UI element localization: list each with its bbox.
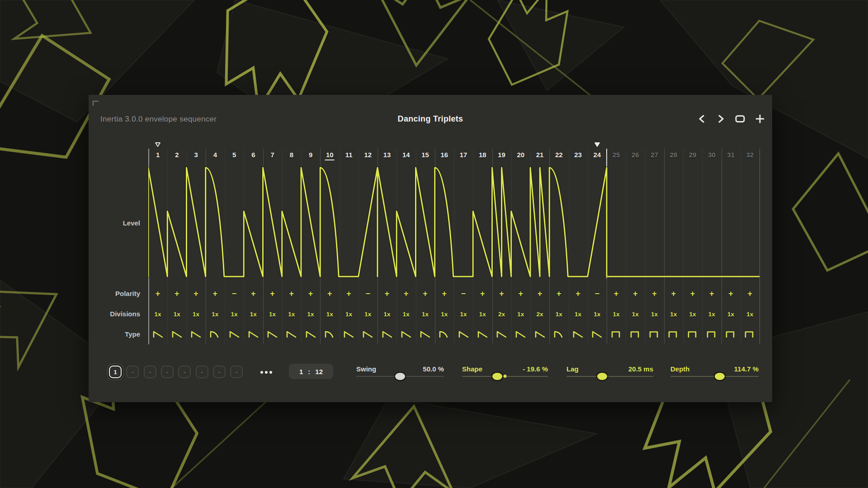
slider-thumb[interactable] — [492, 373, 502, 380]
divisions-control[interactable]: 2x — [492, 307, 511, 321]
divisions-control[interactable]: 1x — [340, 307, 359, 321]
type-control[interactable] — [320, 328, 339, 341]
divisions-control[interactable]: 1x — [588, 307, 607, 321]
slider-thumb[interactable] — [715, 373, 725, 380]
slider-thumb[interactable] — [597, 373, 607, 380]
step-number[interactable]: 25 — [607, 149, 626, 161]
polarity-toggle[interactable]: + — [206, 287, 225, 300]
polarity-toggle[interactable]: + — [396, 287, 415, 300]
divisions-control[interactable]: 1x — [722, 307, 741, 321]
step-number[interactable]: 2 — [167, 149, 186, 161]
step-number[interactable]: 26 — [626, 149, 645, 161]
polarity-toggle[interactable]: − — [359, 287, 377, 300]
step-number[interactable]: 11 — [340, 149, 359, 161]
polarity-toggle[interactable]: + — [301, 287, 320, 300]
step-number[interactable]: 8 — [282, 149, 301, 161]
divisions-control[interactable]: 1x — [683, 307, 702, 321]
plus-icon[interactable] — [755, 114, 765, 124]
type-control[interactable] — [282, 328, 301, 341]
step-number[interactable]: 28 — [664, 149, 683, 161]
divisions-control[interactable]: 1x — [206, 307, 225, 321]
divisions-control[interactable]: 1x — [454, 307, 473, 321]
ratio-control[interactable]: 1 : 12 — [289, 364, 333, 379]
pattern-button-8[interactable]: - — [230, 366, 243, 378]
type-control[interactable] — [473, 328, 492, 341]
divisions-control[interactable]: 1x — [473, 307, 492, 321]
polarity-toggle[interactable]: + — [492, 287, 511, 300]
more-options-button[interactable] — [260, 371, 272, 374]
step-number[interactable]: 10 — [320, 149, 339, 161]
loop-start-marker[interactable] — [155, 141, 161, 146]
divisions-control[interactable]: 1x — [263, 307, 282, 321]
step-number[interactable]: 1 — [148, 149, 167, 161]
step-number[interactable]: 5 — [225, 149, 244, 161]
type-control[interactable] — [454, 328, 473, 341]
divisions-control[interactable]: 1x — [607, 307, 626, 321]
type-control[interactable] — [263, 328, 282, 341]
step-number[interactable]: 7 — [263, 149, 282, 161]
polarity-toggle[interactable]: + — [244, 287, 263, 300]
step-number[interactable]: 4 — [206, 149, 225, 161]
step-number[interactable]: 14 — [396, 149, 415, 161]
step-number[interactable]: 20 — [511, 149, 530, 161]
loop-end-marker[interactable] — [594, 141, 600, 146]
polarity-toggle[interactable]: + — [187, 287, 206, 300]
pattern-button-1[interactable]: 1 — [109, 366, 122, 378]
polarity-toggle[interactable]: + — [473, 287, 492, 300]
divisions-control[interactable]: 1x — [301, 307, 320, 321]
type-control[interactable] — [588, 328, 607, 341]
divisions-control[interactable]: 1x — [148, 307, 167, 321]
pattern-button-2[interactable]: - — [126, 366, 139, 378]
type-control[interactable] — [530, 328, 549, 341]
type-control[interactable] — [187, 328, 206, 341]
step-number[interactable]: 30 — [702, 149, 721, 161]
type-control[interactable] — [569, 328, 588, 341]
type-control[interactable] — [359, 328, 377, 341]
window-frame-icon[interactable] — [735, 114, 745, 124]
polarity-toggle[interactable]: + — [377, 287, 396, 300]
polarity-toggle[interactable]: + — [416, 287, 435, 300]
polarity-toggle[interactable]: + — [435, 287, 454, 300]
type-control[interactable] — [645, 328, 664, 341]
polarity-toggle[interactable]: − — [454, 287, 473, 300]
type-control[interactable] — [416, 328, 435, 341]
step-number[interactable]: 16 — [435, 149, 454, 161]
divisions-control[interactable]: 1x — [416, 307, 435, 321]
pattern-button-6[interactable]: - — [196, 366, 208, 378]
step-number[interactable]: 21 — [530, 149, 549, 161]
type-control[interactable] — [702, 328, 721, 341]
pattern-button-4[interactable]: - — [161, 366, 174, 378]
type-control[interactable] — [377, 328, 396, 341]
preset-name[interactable]: Dancing Triplets — [89, 114, 772, 124]
type-control[interactable] — [549, 328, 568, 341]
divisions-control[interactable]: 1x — [377, 307, 396, 321]
pattern-button-3[interactable]: - — [144, 366, 156, 378]
divisions-control[interactable]: 1x — [225, 307, 244, 321]
polarity-toggle[interactable]: + — [645, 287, 664, 300]
divisions-control[interactable]: 1x — [396, 307, 415, 321]
divisions-control[interactable]: 1x — [741, 307, 760, 321]
step-number[interactable]: 31 — [722, 149, 741, 161]
type-control[interactable] — [244, 328, 263, 341]
chevron-left-icon[interactable] — [698, 114, 707, 124]
type-control[interactable] — [301, 328, 320, 341]
polarity-toggle[interactable]: + — [741, 287, 760, 300]
divisions-control[interactable]: 1x — [511, 307, 530, 321]
step-number[interactable]: 18 — [473, 149, 492, 161]
type-control[interactable] — [511, 328, 530, 341]
step-number[interactable]: 6 — [244, 149, 263, 161]
type-control[interactable] — [626, 328, 645, 341]
type-control[interactable] — [683, 328, 702, 341]
slider-track[interactable] — [566, 376, 653, 377]
polarity-toggle[interactable]: − — [225, 287, 244, 300]
divisions-control[interactable]: 1x — [359, 307, 377, 321]
divisions-control[interactable]: 1x — [282, 307, 301, 321]
step-number[interactable]: 3 — [187, 149, 206, 161]
step-number[interactable]: 24 — [588, 149, 607, 161]
divisions-control[interactable]: 1x — [435, 307, 454, 321]
divisions-control[interactable]: 1x — [549, 307, 568, 321]
type-control[interactable] — [225, 328, 244, 341]
type-control[interactable] — [492, 328, 511, 341]
polarity-toggle[interactable]: + — [320, 287, 339, 300]
divisions-control[interactable]: 1x — [320, 307, 339, 321]
